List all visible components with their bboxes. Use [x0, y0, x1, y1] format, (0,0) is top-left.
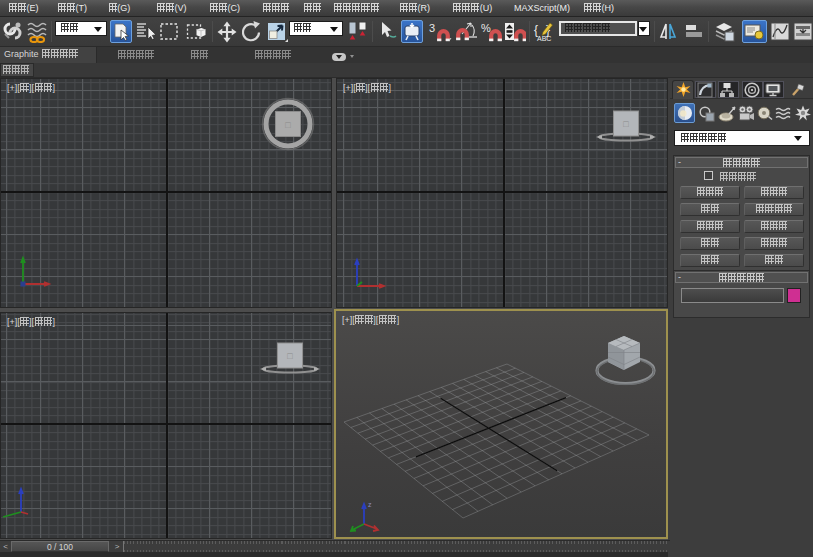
svg-text:□: □ — [285, 120, 291, 130]
svg-text:□: □ — [623, 119, 629, 129]
svg-text:z: z — [368, 501, 372, 508]
svg-text:%: % — [481, 22, 491, 34]
svg-text:□: □ — [287, 351, 293, 361]
svg-text:ABC: ABC — [537, 35, 551, 42]
svg-text:3: 3 — [429, 22, 435, 34]
